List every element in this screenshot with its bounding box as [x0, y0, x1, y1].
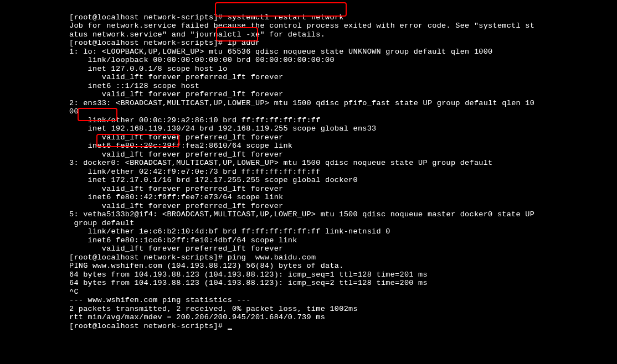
interface-name: ens33:	[83, 99, 111, 107]
output-line: PING www.wshifen.com (104.193.88.123) 56…	[69, 262, 344, 270]
output-line: inet6 fe80::20c:29ff:fea2:8610/64 scope …	[69, 142, 297, 150]
output-line: valid_lft forever preferred_lft forever	[69, 185, 283, 193]
output-line: inet 127.0.0.1/8 scope host lo	[69, 65, 228, 73]
command-text: systemctl restart network	[228, 13, 344, 22]
cursor	[228, 329, 232, 330]
output-line: --- www.wshifen.com ping statistics ---	[69, 296, 251, 304]
output-line: 64 bytes from 104.193.88.123 (104.193.88…	[69, 271, 428, 279]
output-line: group default	[69, 219, 139, 227]
output-line: valid_lft forever preferred_lft forever	[69, 202, 283, 210]
output-line: link/loopback 00:00:00:00:00:00 brd 00:0…	[69, 56, 335, 64]
output-line: link/ether 1e:c6:b2:10:4d:bf brd ff:ff:f…	[69, 227, 390, 236]
output-line: inet 172.17.0.1/16 brd 172.17.255.255 sc…	[69, 176, 358, 184]
output-line: rtt min/avg/max/mdev = 200.206/200.945/2…	[69, 313, 325, 321]
output-line: link/ether 00:0c:29:a2:86:10 brd ff:ff:f…	[69, 116, 321, 124]
terminal-output[interactable]: [root@localhost network-scripts]# system…	[69, 4, 534, 330]
output-line: 3: docker0: <BROADCAST,MULTICAST,UP,LOWE…	[69, 159, 497, 167]
command-text: ip addr	[228, 39, 260, 47]
output-line: inet6 fe80::1cc6:b2ff:fe10:4dbf/64 scope…	[69, 236, 302, 245]
ip-address: 192.168.119.130	[111, 124, 181, 133]
output-line: 00	[69, 107, 79, 116]
output-line: valid_lft forever preferred_lft forever	[69, 245, 283, 253]
output-line: 64 bytes from 104.193.88.123 (104.193.88…	[69, 279, 428, 287]
prompt: [root@localhost network-scripts]#	[69, 253, 228, 262]
output-line: valid_lft forever preferred_lft forever	[69, 133, 283, 142]
output-line: 2 packets transmitted, 2 received, 0% pa…	[69, 305, 358, 313]
output-line: 5: vetha5133b2@if4: <BROADCAST,MULTICAST…	[69, 210, 534, 219]
output-line: atus network.service" and "journalctl -x…	[69, 30, 325, 39]
output-line: inet6 ::1/128 scope host	[69, 82, 204, 90]
prompt: [root@localhost network-scripts]#	[69, 13, 228, 22]
output-line: valid_lft forever preferred_lft forever	[69, 90, 283, 98]
output-line: inet6 fe80::42:f9ff:fee7:e73/64 scope li…	[69, 193, 288, 201]
command-text: ping www.baidu.com	[228, 253, 316, 262]
output-line: Job for network.service failed because t…	[69, 22, 534, 30]
output-line: inet 192.168.119.130/24 brd 192.168.119.…	[69, 124, 377, 133]
output-line: valid_lft forever preferred_lft forever	[69, 150, 283, 159]
output-line: valid_lft forever preferred_lft forever	[69, 73, 283, 81]
output-line: 1: lo: <LOOPBACK,UP,LOWER_UP> mtu 65536 …	[69, 48, 493, 56]
output-line: 2: ens33: <BROADCAST,MULTICAST,UP,LOWER_…	[69, 99, 534, 107]
output-line: link/ether 02:42:f9:e7:0e:73 brd ff:ff:f…	[69, 168, 321, 176]
prompt: [root@localhost network-scripts]#	[69, 39, 228, 47]
prompt: [root@localhost network-scripts]#	[69, 322, 228, 330]
output-line: ^C	[69, 288, 79, 296]
